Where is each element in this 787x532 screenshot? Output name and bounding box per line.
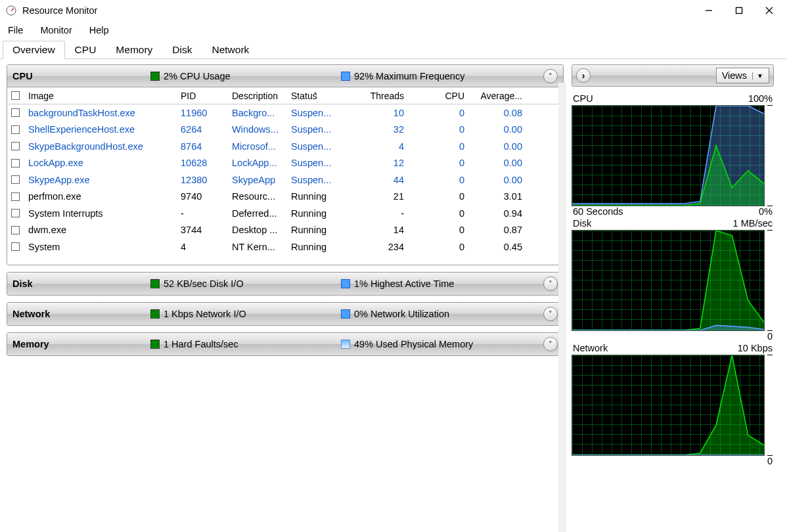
- panel-network-header[interactable]: Network 1 Kbps Network I/O 0% Network Ut…: [7, 303, 563, 325]
- process-table-header: Image PID Description ▲Status Threads CP…: [7, 87, 563, 104]
- row-checkbox[interactable]: [11, 142, 20, 150]
- cell-status: Suspen...: [287, 108, 344, 118]
- views-button[interactable]: Views ▼: [716, 68, 769, 83]
- row-checkbox[interactable]: [11, 209, 20, 217]
- cell-avg: 0.00: [468, 124, 526, 135]
- cpu-usage-icon: [150, 72, 160, 81]
- mem-used-icon: [341, 340, 350, 349]
- panel-network-expand[interactable]: [543, 307, 558, 321]
- net-io-text: 1 Kbps Network I/O: [164, 309, 246, 319]
- window-title: Resource Monitor: [22, 5, 97, 16]
- cell-description: LockApp...: [228, 158, 287, 168]
- cell-status: Suspen...: [287, 175, 344, 185]
- row-checkbox[interactable]: [11, 125, 20, 134]
- cell-cpu: 0: [408, 124, 468, 135]
- splitter[interactable]: [566, 59, 572, 532]
- panel-cpu-header[interactable]: CPU 2% CPU Usage 92% Maximum Frequency: [7, 65, 563, 87]
- cpu-usage-text: 2% CPU Usage: [164, 71, 231, 81]
- cell-status: Running: [287, 242, 344, 252]
- cell-pid: 10628: [177, 158, 228, 168]
- table-row[interactable]: perfmon.exe9740Resourc...Running2103.01: [7, 188, 563, 206]
- col-pid[interactable]: PID: [177, 91, 228, 101]
- graph-cpu-title: CPU: [573, 93, 593, 104]
- row-checkbox[interactable]: [11, 242, 20, 251]
- cell-pid: -: [177, 208, 228, 219]
- table-row[interactable]: SkypeApp.exe12380SkypeAppSuspen...4400.0…: [7, 171, 563, 188]
- graph-disk-block: Disk 1 MB/sec 0: [572, 218, 774, 342]
- cell-status: Suspen...: [287, 158, 344, 168]
- cell-avg: 0.87: [468, 225, 526, 235]
- tab-memory[interactable]: Memory: [106, 41, 162, 59]
- process-table-body[interactable]: backgroundTaskHost.exe11960Backgro...Sus…: [7, 104, 563, 265]
- col-description[interactable]: Description: [228, 91, 287, 101]
- tab-cpu[interactable]: CPU: [65, 41, 106, 59]
- graph-disk-zero: 0: [767, 331, 773, 342]
- collapse-graphs-button[interactable]: [576, 68, 591, 83]
- graph-axis-left: 60 Seconds: [573, 206, 623, 217]
- disk-active-icon: [341, 279, 350, 288]
- graph-network-block: Network 10 Kbps 0: [572, 343, 774, 466]
- panel-memory-title: Memory: [12, 339, 150, 349]
- cell-cpu: 0: [408, 108, 468, 118]
- cell-pid: 4: [177, 242, 228, 252]
- row-checkbox[interactable]: [11, 192, 20, 201]
- cell-description: Deferred...: [228, 208, 287, 219]
- maximize-button[interactable]: [724, 0, 754, 21]
- row-checkbox[interactable]: [11, 159, 20, 167]
- cell-avg: 0.00: [468, 141, 526, 152]
- tab-network[interactable]: Network: [202, 41, 259, 59]
- menu-file[interactable]: File: [5, 24, 26, 37]
- table-row[interactable]: backgroundTaskHost.exe11960Backgro...Sus…: [7, 104, 563, 122]
- panel-disk-header[interactable]: Disk 52 KB/sec Disk I/O 1% Highest Activ…: [7, 273, 563, 295]
- cell-description: SkypeApp: [228, 175, 287, 185]
- row-checkbox[interactable]: [11, 226, 20, 234]
- left-pane-scrollbar[interactable]: [558, 83, 566, 532]
- cell-threads: 4: [344, 141, 408, 152]
- col-status[interactable]: ▲Status: [287, 91, 344, 101]
- disk-io-icon: [150, 279, 160, 288]
- cell-image: LockApp.exe: [24, 158, 177, 168]
- tab-overview[interactable]: Overview: [3, 41, 65, 59]
- cell-image: SkypeBackgroundHost.exe: [24, 141, 177, 152]
- graph-disk: [572, 230, 765, 331]
- cell-threads: 234: [344, 242, 408, 252]
- cpu-freq-text: 92% Maximum Frequency: [354, 71, 464, 81]
- col-average[interactable]: Average...: [468, 91, 526, 101]
- cell-cpu: 0: [408, 158, 468, 168]
- menu-monitor[interactable]: Monitor: [37, 24, 74, 37]
- table-row[interactable]: SkypeBackgroundHost.exe8764Microsof...Su…: [7, 138, 563, 155]
- table-row[interactable]: System4NT Kern...Running23400.45: [7, 238, 563, 255]
- cell-description: Resourc...: [228, 191, 287, 202]
- cell-avg: 0.08: [468, 108, 526, 118]
- table-row[interactable]: LockApp.exe10628LockApp...Suspen...1200.…: [7, 155, 563, 172]
- row-checkbox[interactable]: [11, 175, 20, 184]
- panel-disk-expand[interactable]: [543, 277, 558, 291]
- panel-cpu-collapse[interactable]: [543, 69, 558, 83]
- table-row[interactable]: dwm.exe3744Desktop ...Running1400.87: [7, 222, 563, 239]
- cell-cpu: 0: [408, 225, 468, 235]
- tab-disk[interactable]: Disk: [162, 41, 202, 59]
- cell-status: Running: [287, 225, 344, 235]
- chevron-right-icon: [582, 70, 585, 81]
- cell-cpu: 0: [408, 242, 468, 252]
- net-util-text: 0% Network Utilization: [354, 309, 449, 319]
- col-image[interactable]: Image: [24, 91, 177, 101]
- row-checkbox[interactable]: [11, 108, 20, 117]
- col-cpu[interactable]: CPU: [408, 91, 468, 101]
- dropdown-icon: ▼: [752, 72, 763, 79]
- close-button[interactable]: [754, 0, 784, 21]
- menu-help[interactable]: Help: [87, 24, 112, 37]
- cell-threads: -: [344, 208, 408, 219]
- panel-memory-expand[interactable]: [543, 337, 558, 351]
- chevron-up-icon: [549, 72, 552, 81]
- table-row[interactable]: System Interrupts-Deferred...Running-00.…: [7, 205, 563, 222]
- panel-memory-header[interactable]: Memory 1 Hard Faults/sec 49% Used Physic…: [7, 333, 563, 355]
- table-row[interactable]: ShellExperienceHost.exe6264Windows...Sus…: [7, 122, 563, 139]
- cell-cpu: 0: [408, 141, 468, 152]
- disk-io-text: 52 KB/sec Disk I/O: [164, 278, 244, 289]
- col-threads[interactable]: Threads: [344, 91, 408, 101]
- cell-avg: 0.94: [468, 208, 526, 219]
- select-all-checkbox[interactable]: [11, 91, 20, 100]
- minimize-button[interactable]: [694, 0, 724, 21]
- cell-cpu: 0: [408, 191, 468, 202]
